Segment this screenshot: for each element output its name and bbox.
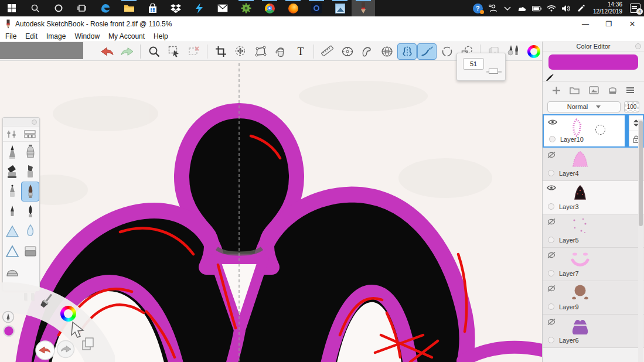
brush-flair[interactable] [21, 202, 39, 221]
taskbar-app-dropbox[interactable] [164, 0, 188, 16]
help-tray-icon[interactable]: ? [473, 4, 483, 13]
menu-file[interactable]: File [5, 32, 16, 40]
lagoon-redo-icon[interactable] [57, 341, 74, 358]
color-editor-collapse-icon[interactable] [635, 43, 641, 49]
layer-radio[interactable] [548, 170, 554, 176]
tool-deselect[interactable] [184, 43, 203, 60]
layer-row-Layer5[interactable]: Layer5 [543, 214, 644, 248]
layer-row-Layer4[interactable]: Layer4 [543, 148, 644, 181]
taskbar-app-firefox[interactable] [281, 0, 305, 16]
blend-mode-select[interactable]: Normal [547, 101, 621, 112]
tray-clock[interactable]: 14:36 12/12/2019 [591, 1, 625, 15]
brush-library-icon[interactable] [24, 130, 36, 138]
menu-image[interactable]: Image [46, 32, 66, 40]
visibility-toggle[interactable] [547, 185, 556, 191]
taskbar-app-edge[interactable] [94, 0, 117, 16]
lagoon-color-wheel-icon[interactable] [60, 306, 76, 322]
layers-scrollbar[interactable] [638, 119, 643, 362]
tool-transform[interactable] [231, 43, 250, 60]
tool-fill[interactable] [271, 43, 290, 60]
tool-undo[interactable] [97, 43, 117, 60]
taskbar-app-photos[interactable] [328, 0, 352, 16]
tool-ruler[interactable] [318, 43, 337, 60]
current-color-swatch[interactable] [548, 54, 638, 70]
brush-inking-pen[interactable] [3, 202, 21, 221]
layer-row-Layer10[interactable]: Layer10 [543, 114, 644, 148]
tool-ellipse-guide[interactable] [338, 43, 357, 60]
visibility-toggle[interactable] [547, 218, 556, 226]
taskbar-search-button[interactable] [23, 0, 47, 16]
brush-hard-eraser[interactable] [21, 241, 39, 261]
tool-steady-stroke[interactable] [437, 43, 456, 60]
tool-predictive-stroke[interactable] [417, 43, 437, 60]
tool-redo[interactable] [117, 43, 137, 60]
battery-icon[interactable] [532, 4, 541, 13]
brush-soft-eraser[interactable] [3, 261, 21, 281]
taskbar-app-store[interactable] [141, 0, 164, 16]
taskbar-app-lightning[interactable] [188, 0, 211, 16]
visibility-toggle[interactable] [547, 285, 556, 292]
taskbar-app-photo-tool[interactable] [305, 0, 328, 16]
lagoon-undo-icon[interactable] [36, 341, 54, 360]
brush-puck[interactable] [3, 312, 14, 323]
brush-settings-icon[interactable] [6, 130, 17, 138]
close-button[interactable]: ✕ [621, 16, 644, 31]
taskbar-app-mail[interactable] [211, 0, 234, 16]
taskbar-app-file-explorer[interactable] [117, 0, 141, 16]
maximize-button[interactable]: ❐ [597, 16, 621, 31]
chevron-down-icon[interactable] [503, 4, 512, 13]
brush-marker[interactable] [3, 162, 21, 182]
layer-row-Layer6[interactable]: Layer6 [543, 315, 644, 348]
layer-radio[interactable] [548, 237, 554, 243]
taskbar-app-sketchbook[interactable] [352, 0, 375, 16]
import-image-icon[interactable] [589, 86, 599, 94]
layers-menu-icon[interactable] [626, 87, 635, 94]
tool-symmetry-y[interactable] [397, 43, 417, 60]
task-view-button[interactable] [70, 0, 94, 16]
color-puck[interactable] [4, 326, 14, 336]
layer-opacity-field[interactable]: 100 [624, 101, 639, 112]
people-icon[interactable] [488, 4, 498, 13]
brush-smudge[interactable] [3, 221, 21, 241]
layer-radio[interactable] [548, 270, 554, 276]
minimize-button[interactable]: — [574, 16, 597, 31]
layer-radio[interactable] [548, 203, 554, 210]
menu-window[interactable]: Window [74, 32, 100, 40]
volume-icon[interactable] [561, 4, 571, 13]
color-wheel-strip[interactable] [543, 71, 644, 81]
tool-text[interactable]: T [291, 43, 310, 60]
wifi-icon[interactable] [547, 4, 556, 13]
brush-paintbrush[interactable] [21, 182, 39, 202]
layer-row-Layer9[interactable]: Layer9 [543, 281, 644, 315]
visibility-toggle[interactable] [548, 119, 557, 125]
background-layer-icon[interactable] [608, 86, 617, 94]
menu-my-account[interactable]: My Account [108, 32, 145, 40]
tool-color-wheel[interactable] [524, 43, 543, 60]
menu-help[interactable]: Help [154, 32, 168, 40]
brush-airbrush[interactable] [21, 142, 39, 162]
action-center-icon[interactable]: 4 [630, 4, 640, 13]
brush-chisel[interactable] [21, 162, 39, 182]
brush-size-value[interactable]: 51 [463, 58, 484, 70]
brush-palette-header[interactable] [3, 118, 39, 127]
tool-select[interactable] [164, 43, 183, 60]
group-folder-icon[interactable] [570, 86, 580, 94]
visibility-toggle[interactable] [547, 318, 556, 326]
tool-crop[interactable] [211, 43, 230, 60]
color-editor-header[interactable]: Color Editor [543, 41, 644, 52]
layer-radio[interactable] [548, 337, 554, 343]
start-button[interactable] [0, 0, 23, 16]
menu-edit[interactable]: Edit [25, 32, 38, 40]
tool-brush-pair[interactable] [504, 43, 523, 60]
scrollbar-thumb[interactable] [639, 121, 643, 226]
tool-perspective[interactable] [377, 43, 397, 60]
layer-radio[interactable] [549, 136, 556, 142]
onedrive-icon[interactable] [517, 4, 527, 13]
brush-ballpoint[interactable] [3, 182, 21, 202]
add-layer-icon[interactable] [552, 86, 561, 95]
brush-size-slider-handle[interactable] [489, 69, 498, 74]
cortana-button[interactable] [47, 0, 70, 16]
palette-collapse-icon[interactable] [32, 119, 37, 125]
layer-radio[interactable] [548, 303, 554, 310]
pen-tray-icon[interactable] [576, 4, 585, 13]
